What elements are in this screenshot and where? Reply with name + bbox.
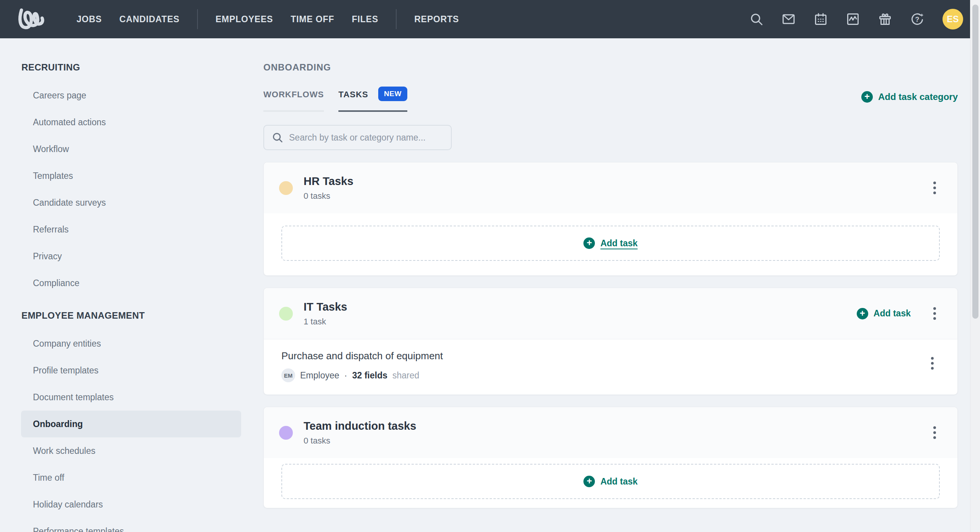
page-title: ONBOARDING <box>263 62 958 73</box>
search-input[interactable] <box>289 133 443 143</box>
sidebar-item-document-templates[interactable]: Document templates <box>21 384 241 411</box>
category-card-team-induction: Team induction tasks 0 tasks Add task <box>263 407 958 508</box>
category-header: Team induction tasks 0 tasks <box>264 407 957 458</box>
scrollbar-track[interactable] <box>970 0 980 532</box>
add-task-label: Add task <box>600 238 637 249</box>
category-color-dot <box>279 426 293 440</box>
category-menu-icon[interactable] <box>927 179 942 197</box>
add-task-button[interactable]: Add task <box>857 308 911 319</box>
category-task-count: 0 tasks <box>304 436 416 446</box>
plus-icon <box>857 308 868 319</box>
settings-sidebar: RECRUITING Careers page Automated action… <box>0 38 253 532</box>
tab-tasks-label: TASKS <box>338 90 368 100</box>
category-color-dot <box>279 307 293 321</box>
search-icon <box>272 132 283 143</box>
nav-time-off[interactable]: TIME OFF <box>291 14 334 25</box>
sidebar-item-automated-actions[interactable]: Automated actions <box>21 109 241 136</box>
nav-utilities: ? ES <box>750 9 963 29</box>
category-menu-icon[interactable] <box>927 304 942 323</box>
category-name: IT Tasks <box>304 301 347 313</box>
search-icon[interactable] <box>750 12 763 26</box>
task-menu-icon[interactable] <box>924 354 940 372</box>
add-task-dropzone[interactable]: Add task <box>281 226 940 261</box>
task-meta: EM Employee · 32 fields shared <box>281 368 443 382</box>
sidebar-item-workflow[interactable]: Workflow <box>21 136 241 162</box>
sidebar-section-employee-management: EMPLOYEE MANAGEMENT <box>21 310 253 321</box>
user-avatar[interactable]: ES <box>942 9 963 29</box>
scrollbar-thumb[interactable] <box>972 5 978 319</box>
plus-icon <box>583 237 595 249</box>
separator-dot: · <box>344 370 347 381</box>
category-name: HR Tasks <box>304 175 353 188</box>
task-shared-label: shared <box>392 370 419 381</box>
mail-icon[interactable] <box>782 12 795 26</box>
sidebar-item-holiday-calendars[interactable]: Holiday calendars <box>21 491 241 518</box>
add-task-category-label: Add task category <box>878 92 958 102</box>
category-task-count: 1 task <box>304 317 347 327</box>
sidebar-item-templates[interactable]: Templates <box>21 162 241 189</box>
category-card-hr-tasks: HR Tasks 0 tasks Add task <box>263 162 958 276</box>
workable-logo-icon[interactable] <box>17 6 54 33</box>
tab-tasks[interactable]: TASKS NEW <box>338 87 407 112</box>
tab-workflows[interactable]: WORKFLOWS <box>263 87 324 112</box>
add-task-category-button[interactable]: Add task category <box>861 91 958 103</box>
category-menu-icon[interactable] <box>927 424 942 442</box>
nav-employees[interactable]: EMPLOYEES <box>216 14 273 25</box>
add-task-label: Add task <box>874 308 911 319</box>
tab-bar: WORKFLOWS TASKS NEW <box>263 87 407 112</box>
add-task-label: Add task <box>600 476 637 487</box>
category-name: Team induction tasks <box>304 420 416 432</box>
sidebar-item-compliance[interactable]: Compliance <box>21 270 241 296</box>
task-fields-count: 32 fields <box>352 370 387 381</box>
assignee-chip: EM <box>281 368 295 382</box>
nav-jobs[interactable]: JOBS <box>77 14 102 25</box>
sidebar-item-time-off[interactable]: Time off <box>21 464 241 491</box>
nav-reports[interactable]: REPORTS <box>414 14 459 25</box>
nav-divider <box>396 9 397 29</box>
gift-icon[interactable] <box>878 12 892 26</box>
task-assignee: Employee <box>300 370 339 381</box>
plus-icon <box>861 91 873 103</box>
help-icon[interactable]: ? <box>910 12 924 26</box>
main-content: ONBOARDING WORKFLOWS TASKS NEW Add task … <box>253 38 980 532</box>
category-header: IT Tasks 1 task Add task <box>264 288 957 339</box>
category-card-it-tasks: IT Tasks 1 task Add task Purchase and di… <box>263 288 958 395</box>
category-color-dot <box>279 181 293 195</box>
task-row[interactable]: Purchase and dispatch of equipment EM Em… <box>264 339 957 394</box>
sidebar-item-performance-templates[interactable]: Performance templates <box>21 518 241 532</box>
category-header: HR Tasks 0 tasks <box>264 162 957 213</box>
tab-workflows-label: WORKFLOWS <box>263 90 324 100</box>
sidebar-item-work-schedules[interactable]: Work schedules <box>21 437 241 464</box>
sidebar-item-candidate-surveys[interactable]: Candidate surveys <box>21 189 241 216</box>
primary-nav: JOBS CANDIDATES EMPLOYEES TIME OFF FILES… <box>77 9 459 29</box>
plus-icon <box>583 476 595 487</box>
nav-files[interactable]: FILES <box>352 14 378 25</box>
nav-candidates[interactable]: CANDIDATES <box>119 14 180 25</box>
sidebar-item-referrals[interactable]: Referrals <box>21 216 241 243</box>
calendar-icon[interactable] <box>814 12 828 26</box>
sidebar-item-careers-page[interactable]: Careers page <box>21 82 241 109</box>
category-task-count: 0 tasks <box>304 191 353 201</box>
add-task-dropzone[interactable]: Add task <box>281 464 940 499</box>
sidebar-item-onboarding[interactable]: Onboarding <box>21 411 241 437</box>
top-nav: JOBS CANDIDATES EMPLOYEES TIME OFF FILES… <box>0 0 980 38</box>
sidebar-section-recruiting: RECRUITING <box>21 62 253 73</box>
sidebar-item-privacy[interactable]: Privacy <box>21 243 241 270</box>
sidebar-item-profile-templates[interactable]: Profile templates <box>21 357 241 384</box>
reports-icon[interactable] <box>846 12 860 26</box>
new-badge: NEW <box>378 87 407 101</box>
sidebar-item-company-entities[interactable]: Company entities <box>21 330 241 357</box>
task-title: Purchase and dispatch of equipment <box>281 350 443 362</box>
task-search <box>263 125 452 150</box>
nav-divider <box>197 9 198 29</box>
svg-text:?: ? <box>915 16 920 23</box>
